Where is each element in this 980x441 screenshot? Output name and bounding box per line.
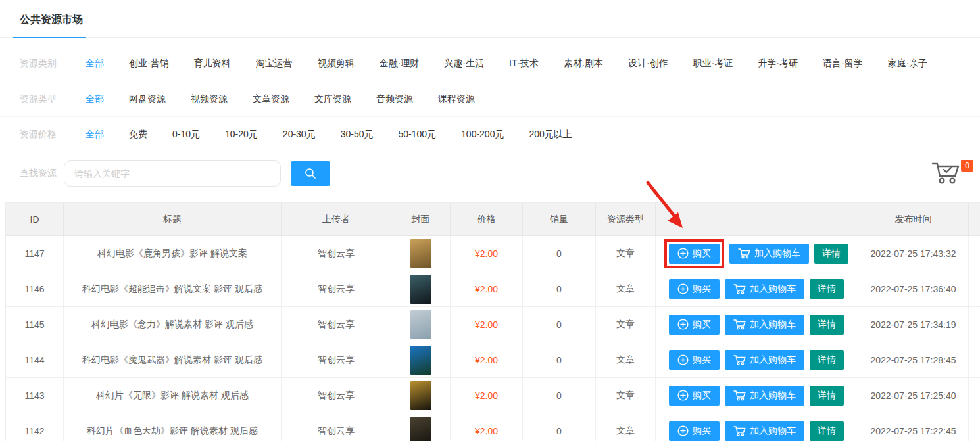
filter-option[interactable]: 文章资源 [253,93,289,105]
cell-actions: 购买 加入购物车 详情 [656,271,858,307]
add-to-cart-button[interactable]: 加入购物车 [725,350,804,370]
add-to-cart-label: 加入购物车 [750,390,796,402]
filter-option[interactable]: IT·技术 [509,58,539,70]
cart-small-icon [733,354,746,365]
cell-cover [391,271,451,307]
plus-circle-icon [677,283,689,294]
add-to-cart-button[interactable]: 加入购物车 [725,315,804,335]
cart-small-icon [733,390,746,401]
cell-price: ¥2.00 [451,307,523,342]
buy-button[interactable]: 购买 [669,386,720,406]
buy-button[interactable]: 购买 [669,350,720,370]
cover-image [410,239,431,268]
filter-option[interactable]: 100-200元 [461,129,504,141]
search-input[interactable] [64,160,281,187]
filter-option[interactable]: 创业·营销 [129,58,169,70]
cell-cover [391,378,451,413]
filter-row: 资源价格全部免费0-10元10-20元20-30元30-50元50-100元10… [0,117,980,152]
cell-spacer [969,236,980,271]
cell-spacer [969,271,980,307]
detail-button[interactable]: 详情 [814,244,848,264]
filter-option[interactable]: 全部 [86,93,104,105]
buy-button-label: 购买 [693,390,711,402]
filter-option[interactable]: 课程资源 [438,93,475,105]
filter-option[interactable]: 200元以上 [529,129,572,141]
filter-option[interactable]: 50-100元 [398,129,436,141]
cell-price: ¥2.00 [451,342,523,378]
cell-price: ¥2.00 [451,236,523,271]
page-title: 公共资源市场 [20,13,980,27]
add-to-cart-label: 加入购物车 [750,283,796,295]
add-to-cart-button[interactable]: 加入购物车 [725,421,804,441]
cell-type: 文章 [596,342,656,378]
filter-option[interactable]: 语言·留学 [823,58,863,70]
filter-option[interactable]: 30-50元 [341,129,374,141]
cell-sales: 0 [523,307,596,342]
cart-small-icon [733,283,746,294]
buy-button-label: 购买 [693,425,711,437]
buy-button[interactable]: 购买 [669,421,720,441]
filter-option[interactable]: 音频资源 [376,93,413,105]
cell-cover [391,307,451,342]
buy-button-wrap: 购买 [669,279,720,299]
add-to-cart-button[interactable]: 加入购物车 [725,386,804,406]
filter-option[interactable]: 全部 [86,58,104,70]
cell-id: 1146 [6,271,64,307]
cell-cover [391,236,451,271]
filter-option[interactable]: 视频资源 [191,93,228,105]
cell-id: 1142 [6,413,64,441]
buy-button-label: 购买 [693,354,711,366]
detail-button[interactable]: 详情 [810,315,844,335]
cell-type: 文章 [596,236,656,271]
cart-button[interactable]: 0 [931,161,962,185]
cell-time: 2022-07-25 17:34:19 [858,307,969,342]
column-header: 标题 [64,203,282,236]
filter-option[interactable]: 升学·考研 [758,58,798,70]
cell-type: 文章 [596,307,656,342]
buy-button[interactable]: 购买 [669,244,720,264]
filter-option[interactable]: 兴趣·生活 [444,58,484,70]
filter-option[interactable]: 全部 [86,129,104,141]
filter-option[interactable]: 视频剪辑 [318,58,355,70]
page-header: 公共资源市场 [0,0,980,38]
filter-option[interactable]: 免费 [129,129,147,141]
filters-panel: 资源类别全部创业·营销育儿资料淘宝运营视频剪辑金融·理财兴趣·生活IT·技术素材… [0,38,980,152]
detail-button[interactable]: 详情 [810,350,844,370]
table-body: 1147 科幻电影《鹿角男孩》影评 解说文案 智创云享 ¥2.00 0 文章 购… [6,236,980,441]
filter-option[interactable]: 网盘资源 [129,93,166,105]
table-row: 1146 科幻电影《超能追击》解说文案 影评 观后感 智创云享 ¥2.00 0 … [6,271,980,307]
cell-id: 1145 [6,307,64,342]
table-row: 1145 科幻电影《念力》解说素材 影评 观后感 智创云享 ¥2.00 0 文章… [6,307,980,342]
filter-option[interactable]: 淘宝运营 [256,58,293,70]
detail-button[interactable]: 详情 [810,421,844,441]
add-to-cart-label: 加入购物车 [750,319,796,331]
buy-button[interactable]: 购买 [669,315,720,335]
filter-option[interactable]: 0-10元 [172,129,200,141]
cell-price: ¥2.00 [451,413,523,441]
filter-label: 资源类型 [20,93,86,105]
search-label: 查找资源 [20,168,64,179]
add-to-cart-label: 加入购物车 [754,248,800,260]
buy-button[interactable]: 购买 [669,279,720,299]
filter-option[interactable]: 10-20元 [225,129,258,141]
cell-title: 科幻电影《念力》解说素材 影评 观后感 [64,307,282,342]
cover-image [410,275,431,304]
filter-option[interactable]: 育儿资料 [194,58,231,70]
filter-option[interactable]: 设计·创作 [628,58,668,70]
cell-sales: 0 [523,236,596,271]
detail-button-label: 详情 [818,390,836,402]
filter-option[interactable]: 金融·理财 [380,58,420,70]
filter-option[interactable]: 20-30元 [283,129,316,141]
search-button[interactable] [291,161,330,186]
header-divider [0,37,980,38]
cell-actions: 购买 加入购物车 详情 [656,307,858,342]
add-to-cart-button[interactable]: 加入购物车 [725,279,804,299]
table-row: 1142 科幻片《血色天劫》影评 解说素材 观后感 智创云享 ¥2.00 0 文… [6,413,980,441]
detail-button[interactable]: 详情 [810,279,844,299]
detail-button[interactable]: 详情 [810,386,844,406]
filter-option[interactable]: 职业·考证 [693,58,733,70]
filter-option[interactable]: 文库资源 [314,93,351,105]
filter-option[interactable]: 家庭·亲子 [888,58,928,70]
add-to-cart-button[interactable]: 加入购物车 [729,244,809,264]
filter-option[interactable]: 素材.剧本 [564,58,603,70]
